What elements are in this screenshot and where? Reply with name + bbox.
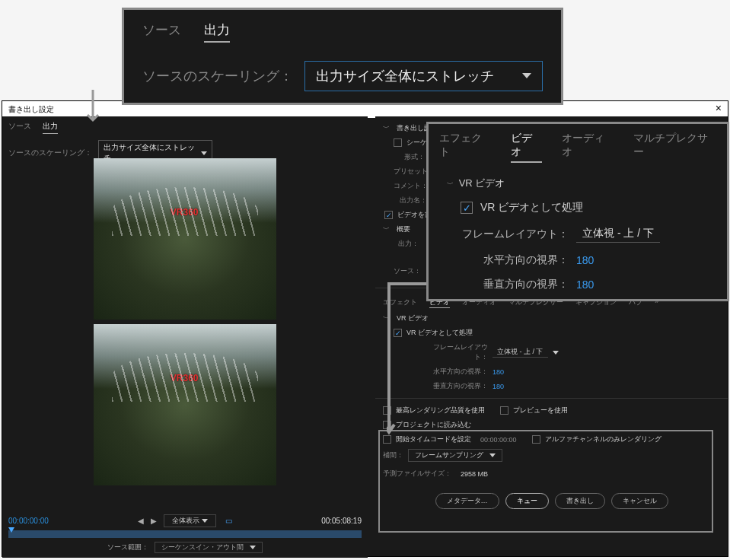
comment-label: コメント： [394, 181, 428, 191]
arrow-connector-top [85, 90, 100, 128]
twirl-icon[interactable]: ﹀ [447, 180, 454, 188]
vr-section-header-big: VR ビデオ [459, 177, 505, 189]
use-preview-label: プレビューを使用 [513, 406, 568, 415]
scaling-label-small: ソースのスケーリング： [8, 148, 92, 158]
close-icon[interactable]: × [716, 104, 722, 115]
interp-label: 補間： [383, 450, 403, 460]
metadata-button[interactable]: メタデータ… [435, 493, 499, 509]
alpha-only-checkbox[interactable] [532, 435, 540, 444]
use-preview-checkbox[interactable] [500, 406, 508, 415]
start-tc-value: 00:00:00:00 [480, 436, 517, 444]
arrow-connector-right [387, 282, 440, 443]
queue-button[interactable]: キュー [505, 493, 549, 509]
vr-process-checkbox-big[interactable] [461, 202, 473, 214]
outputname-label: 出力名： [400, 196, 427, 205]
frame-layout-label-big: フレームレイアウト： [447, 228, 569, 241]
vfov-value-big[interactable]: 180 [576, 278, 594, 291]
source-range-label: ソース範囲： [107, 543, 148, 551]
frame-layout-select-big[interactable]: 立体視 - 上 / 下 [576, 225, 660, 243]
chevron-down-icon [553, 351, 559, 355]
interp-select[interactable]: フレームサンプリング [408, 449, 502, 462]
preview-top-eye: VR360 [94, 158, 276, 320]
match-seq-checkbox[interactable] [394, 138, 402, 147]
export-button[interactable]: 書き出し [555, 493, 605, 509]
preview-area: VR360 VR360 [94, 158, 276, 485]
frame-layout-select[interactable]: 立体視 - 上 / 下 [493, 347, 548, 358]
callout-top-panel: ソース 出力 ソースのスケーリング： 出力サイズ全体にストレッチ [122, 8, 563, 105]
hfov-label-big: 水平方向の視界： [447, 253, 569, 267]
out-point-tc[interactable]: 00:05:08:19 [321, 517, 362, 525]
twirl-icon[interactable]: ﹀ [383, 224, 390, 234]
step-fwd-icon[interactable]: ▶ [151, 517, 155, 525]
twirl-icon[interactable]: ﹀ [383, 123, 390, 133]
callout-right-panel: エフェクト ビデオ オーディオ マルチプレクサー ﹀ VR ビデオ VR ビデオ… [426, 122, 729, 301]
export-video-checkbox[interactable] [384, 211, 393, 219]
tab-source[interactable]: ソース [142, 21, 181, 43]
chevron-down-icon [522, 73, 531, 79]
preview-bottom-eye: VR360 [94, 324, 276, 485]
tab-audio-big[interactable]: オーディオ [562, 132, 614, 163]
scrub-bar[interactable] [8, 530, 362, 538]
tab-video-big[interactable]: ビデオ [511, 132, 542, 163]
watermark-text: VR360 [171, 373, 199, 383]
timeline-bar: 00:00:00:00 ◀ ▶ 全体表示 ▭ 00:05:08:19 [8, 514, 362, 527]
chevron-down-icon [489, 453, 496, 457]
alpha-only-label: アルファチャンネルのみレンダリング [545, 434, 661, 444]
chevron-down-icon [202, 519, 208, 523]
summary-label: 概要 [397, 224, 410, 234]
vr-process-label-big: VR ビデオとして処理 [480, 201, 583, 215]
aspect-correction-icon[interactable]: ▭ [225, 517, 232, 525]
source-range-select[interactable]: シーケンスイン・アウト間 [155, 542, 263, 553]
vfov-label-big: 垂直方向の視界： [447, 278, 569, 291]
tab-effects-big[interactable]: エフェクト [439, 132, 491, 163]
tab-mux-big[interactable]: マルチプレクサー [633, 132, 716, 163]
hfov-value[interactable]: 180 [493, 368, 504, 376]
source-range-row: ソース範囲： シーケンスイン・アウト間 [2, 542, 368, 553]
scaling-value: 出力サイズ全体にストレッチ [316, 67, 494, 85]
format-label: 形式： [404, 152, 425, 162]
hfov-value-big[interactable]: 180 [576, 254, 594, 266]
tab-output-small[interactable]: 出力 [43, 121, 58, 134]
fit-select[interactable]: 全体表示 [164, 514, 216, 527]
estimate-value: 2958 MB [461, 470, 488, 478]
chevron-down-icon [250, 546, 256, 549]
source-summary-label: ソース： [394, 266, 421, 276]
watermark-text: VR360 [171, 207, 199, 218]
estimate-label: 予測ファイルサイズ： [383, 469, 451, 479]
tab-output[interactable]: 出力 [204, 21, 230, 43]
scaling-select[interactable]: 出力サイズ全体にストレッチ [304, 61, 543, 91]
cancel-button[interactable]: キャンセル [611, 493, 668, 509]
output-summary-label: 出力： [398, 239, 419, 249]
left-preview-panel: ソース 出力 ソースのスケーリング： 出力サイズ全体にストレッチ VR360 V… [2, 116, 368, 558]
step-back-icon[interactable]: ◀ [138, 517, 142, 525]
vfov-value[interactable]: 180 [493, 383, 504, 390]
dialog-title: 書き出し設定 [8, 104, 54, 115]
in-point-tc[interactable]: 00:00:00:00 [8, 517, 49, 525]
chevron-down-icon [201, 151, 207, 155]
tab-source-small[interactable]: ソース [8, 121, 31, 134]
scaling-label: ソースのスケーリング： [142, 67, 293, 85]
